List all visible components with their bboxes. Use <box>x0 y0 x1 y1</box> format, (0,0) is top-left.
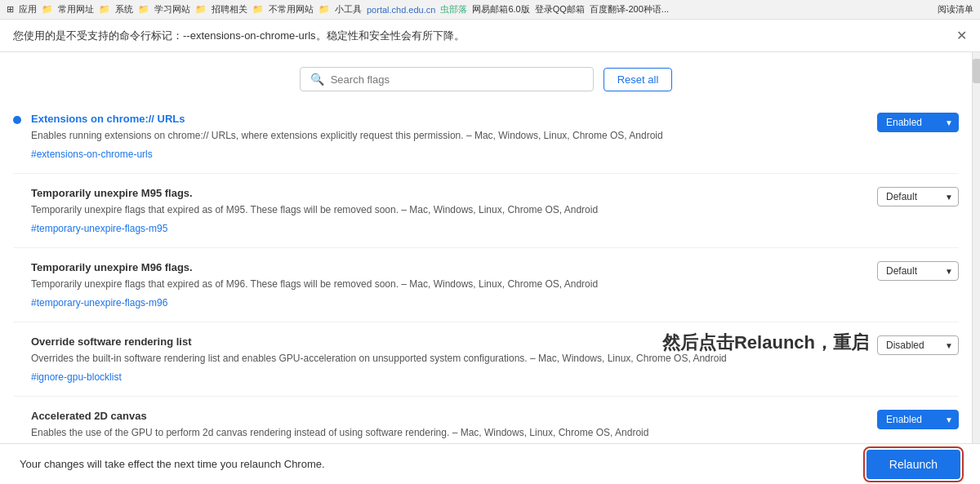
flag-desc-3: Temporarily unexpire flags that expired … <box>31 277 867 291</box>
warning-text: 您使用的是不受支持的命令行标记：--extensions-on-chrome-u… <box>13 29 465 43</box>
flag-control-3: Default ▼ <box>877 261 959 281</box>
flag-item-extensions-on-chrome-urls: Extensions on chrome:// URLs Enables run… <box>13 100 959 174</box>
bookmark-label-5[interactable]: 不常用网站 <box>269 3 314 16</box>
flag-content-1: Extensions on chrome:// URLs Enables run… <box>31 113 867 160</box>
flag-title-2: Temporarily unexpire M95 flags. <box>31 187 867 199</box>
search-icon: 🔍 <box>310 73 324 86</box>
app-grid-icon[interactable]: ⊞ <box>7 4 14 15</box>
bookmark-label-4[interactable]: 招聘相关 <box>212 3 247 16</box>
flag-select-5[interactable]: Enabled ▼ <box>877 410 959 429</box>
flag-select-4[interactable]: Disabled ▼ <box>877 335 959 355</box>
flag-select-value-1: Enabled <box>886 117 922 128</box>
flag-dot-4 <box>13 339 21 347</box>
flag-control-2: Default ▼ <box>877 187 959 206</box>
flag-link-3[interactable]: #temporary-unexpire-flags-m96 <box>31 297 167 309</box>
chevron-down-icon-3: ▼ <box>945 267 953 276</box>
flag-dot-2 <box>13 190 21 198</box>
chevron-down-icon-2: ▼ <box>945 193 953 202</box>
bookmark-chongbu[interactable]: 虫部落 <box>440 3 467 16</box>
flag-select-value-5: Enabled <box>886 414 922 425</box>
bookmark-label-2[interactable]: 系统 <box>115 3 133 16</box>
flag-content-2: Temporarily unexpire M95 flags. Temporar… <box>31 187 867 234</box>
scrollbar-thumb[interactable] <box>973 59 980 83</box>
bookmark-folder-1: 📁 <box>42 4 53 15</box>
chevron-down-icon-4: ▼ <box>945 341 953 350</box>
flag-select-value-4: Disabled <box>886 340 924 351</box>
flag-control-1: Enabled ▼ <box>877 113 959 132</box>
bookmark-163mail[interactable]: 网易邮箱6.0版 <box>472 3 529 16</box>
search-area: 🔍 Reset all <box>0 52 972 100</box>
reading-list-button[interactable]: 阅读清单 <box>938 3 973 16</box>
bookmark-baidu-trans[interactable]: 百度翻译-200种语... <box>590 3 669 16</box>
search-box-container: 🔍 <box>300 67 594 91</box>
flag-desc-4: Overrides the built-in software renderin… <box>31 351 867 366</box>
flag-control-4: Disabled ▼ <box>877 335 959 355</box>
flag-title-1: Extensions on chrome:// URLs <box>31 113 867 125</box>
flag-item-gpu-blocklist: Override software rendering list Overrid… <box>13 322 959 397</box>
flag-link-1[interactable]: #extensions-on-chrome-urls <box>31 149 153 160</box>
main-content: 🔍 Reset all Extensions on chrome:// URLs… <box>0 52 972 468</box>
bookmark-folder-4: 📁 <box>195 4 207 15</box>
flag-content-3: Temporarily unexpire M96 flags. Temporar… <box>31 261 867 309</box>
bookmark-folder-2: 📁 <box>99 4 110 15</box>
flag-title-5: Accelerated 2D canvas <box>31 410 867 422</box>
flag-item-unexpire-m95: Temporarily unexpire M95 flags. Temporar… <box>13 174 959 248</box>
page-wrapper: 🔍 Reset all Extensions on chrome:// URLs… <box>0 52 980 468</box>
chevron-down-icon-1: ▼ <box>945 118 953 127</box>
bookmark-label-1[interactable]: 常用网址 <box>58 3 94 16</box>
bookmark-folder-6: 📁 <box>318 4 330 15</box>
chevron-down-icon-5: ▼ <box>945 415 953 424</box>
relaunch-button[interactable]: Relaunch <box>866 450 960 468</box>
flag-dot-1 <box>13 116 21 124</box>
flag-item-unexpire-m96: Temporarily unexpire M96 flags. Temporar… <box>13 248 959 322</box>
flags-list: Extensions on chrome:// URLs Enables run… <box>0 100 972 468</box>
warning-bar: 您使用的是不受支持的命令行标记：--extensions-on-chrome-u… <box>0 20 980 52</box>
flag-desc-2: Temporarily unexpire flags that expired … <box>31 202 867 217</box>
bookmark-folder-3: 📁 <box>138 4 149 15</box>
flag-desc-1: Enables running extensions on chrome:// … <box>31 128 867 143</box>
bookmark-label-6[interactable]: 小工具 <box>335 3 362 16</box>
flag-content-4: Override software rendering list Overrid… <box>31 335 867 383</box>
bookmark-portal[interactable]: portal.chd.edu.cn <box>367 5 435 15</box>
flag-dot-5 <box>13 413 21 421</box>
flag-select-3[interactable]: Default ▼ <box>877 261 959 281</box>
flag-select-2[interactable]: Default ▼ <box>877 187 959 206</box>
flag-select-value-3: Default <box>886 265 917 277</box>
bookmark-folder-5: 📁 <box>252 4 264 15</box>
apps-label[interactable]: 应用 <box>19 3 37 16</box>
bottom-bar: Your changes will take effect the next t… <box>0 443 980 468</box>
flag-link-4[interactable]: #ignore-gpu-blocklist <box>31 371 122 383</box>
warning-close-button[interactable]: ✕ <box>956 28 967 43</box>
flag-control-5: Enabled ▼ <box>877 410 959 429</box>
flag-link-2[interactable]: #temporary-unexpire-flags-m95 <box>31 223 167 234</box>
flag-title-4: Override software rendering list <box>31 335 867 348</box>
search-input[interactable] <box>331 73 583 86</box>
changes-text: Your changes will take effect the next t… <box>20 458 325 468</box>
flag-dot-3 <box>13 264 21 273</box>
reset-all-button[interactable]: Reset all <box>604 68 673 91</box>
bookmark-label-3[interactable]: 学习网站 <box>154 3 190 16</box>
bookmark-qqmail[interactable]: 登录QQ邮箱 <box>535 3 585 16</box>
browser-topbar: ⊞ 应用 📁 常用网址 📁 系统 📁 学习网站 📁 招聘相关 📁 不常用网站 📁… <box>0 0 980 20</box>
flag-select-1[interactable]: Enabled ▼ <box>877 113 959 132</box>
scrollbar-track[interactable] <box>972 52 980 468</box>
flag-select-value-2: Default <box>886 191 917 202</box>
flag-title-3: Temporarily unexpire M96 flags. <box>31 261 867 273</box>
flag-desc-5: Enables the use of the GPU to perform 2d… <box>31 425 867 440</box>
